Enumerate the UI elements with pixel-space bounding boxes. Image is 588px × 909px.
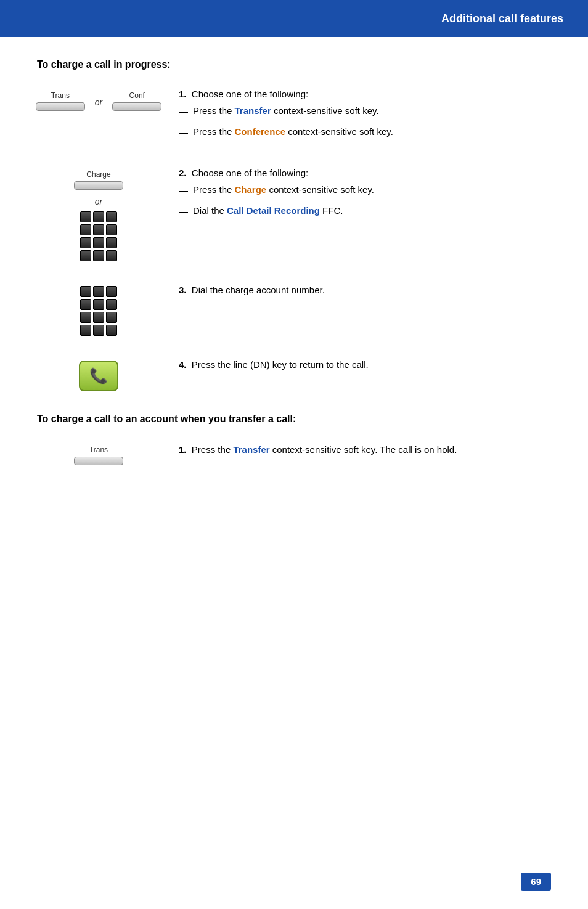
header-bar: Additional call features	[0, 0, 588, 37]
section2-heading: To charge a call to an account when you …	[37, 414, 551, 425]
dash-icon-1: —	[179, 105, 188, 119]
key-3[interactable]	[106, 211, 117, 222]
step-2-image: Charge or	[37, 168, 160, 261]
dash-icon-4: —	[179, 205, 188, 219]
trans-key2-group: Trans	[74, 446, 123, 467]
step-2-bullet-2: — Dial the Call Detail Recording FFC.	[179, 204, 551, 219]
step-4-text: Press the line (DN) key to return to the…	[192, 359, 369, 370]
step-1-image: Trans or Conf	[37, 89, 160, 113]
step-1-row: Trans or Conf 1. Choose one of the follo…	[37, 89, 551, 145]
page-number: 69	[521, 873, 551, 891]
key-hash[interactable]	[106, 250, 117, 261]
section2-step-1-row: Trans 1. Press the Transfer context-sens…	[37, 443, 551, 467]
conf-label: Conf	[112, 91, 161, 100]
key-7[interactable]	[80, 237, 91, 248]
key3-6[interactable]	[106, 299, 117, 310]
conf-key[interactable]	[112, 102, 161, 111]
step-3-content: 3. Dial the charge account number.	[160, 283, 551, 303]
page-title: Additional call features	[441, 12, 563, 25]
key-2[interactable]	[93, 211, 104, 222]
step-1-bullets: — Press the Transfer context-sensitive s…	[179, 104, 551, 139]
transfer-highlight-2: Transfer	[233, 444, 269, 455]
key3-star[interactable]	[80, 325, 91, 336]
section1-heading: To charge a call in progress:	[37, 59, 551, 70]
key3-5[interactable]	[93, 299, 104, 310]
key3-1[interactable]	[80, 286, 91, 297]
trans-conf-keys: Trans or Conf	[36, 91, 161, 113]
charge-highlight: Charge	[235, 184, 267, 195]
key-1[interactable]	[80, 211, 91, 222]
key3-3[interactable]	[106, 286, 117, 297]
cdr-highlight: Call Detail Recording	[227, 205, 320, 216]
key3-hash[interactable]	[106, 325, 117, 336]
trans-label: Trans	[36, 91, 85, 100]
charge-key-group: Charge	[74, 170, 123, 192]
key-6[interactable]	[106, 224, 117, 235]
step-1-number: 1. Choose one of the following:	[179, 89, 551, 99]
key-5[interactable]	[93, 224, 104, 235]
trans-key-group: Trans	[36, 91, 85, 113]
charge-label: Charge	[74, 170, 123, 179]
key3-8[interactable]	[93, 312, 104, 323]
key3-7[interactable]	[80, 312, 91, 323]
line-key-button[interactable]: 📞	[79, 361, 118, 391]
keypad-2	[80, 211, 117, 261]
step-4-row: 📞 4. Press the line (DN) key to return t…	[37, 358, 551, 391]
step-3-image	[37, 283, 160, 336]
dash-icon-2: —	[179, 126, 188, 140]
or-text-2: or	[95, 197, 102, 206]
step-2-number: 2. Choose one of the following:	[179, 168, 551, 178]
step-2-bullet-2-text: Dial the Call Detail Recording FFC.	[193, 204, 343, 218]
key-8[interactable]	[93, 237, 104, 248]
key3-0[interactable]	[93, 325, 104, 336]
keypad-3	[80, 286, 117, 336]
trans-label-2: Trans	[74, 446, 123, 454]
step-1-content: 1. Choose one of the following: — Press …	[160, 89, 551, 145]
step-3-text: Dial the charge account number.	[192, 285, 325, 295]
dash-icon-3: —	[179, 184, 188, 198]
key-4[interactable]	[80, 224, 91, 235]
section2-step-1-image: Trans	[37, 443, 160, 467]
main-content: To charge a call in progress: Trans or C…	[0, 37, 588, 526]
step-3-number: 3. Dial the charge account number.	[179, 283, 551, 298]
trans-key[interactable]	[36, 102, 85, 111]
transfer-highlight-1: Transfer	[235, 105, 271, 116]
charge-key[interactable]	[74, 181, 123, 190]
step-4-content: 4. Press the line (DN) key to return to …	[160, 358, 551, 377]
key3-9[interactable]	[106, 312, 117, 323]
conference-highlight: Conference	[235, 126, 286, 137]
key-0[interactable]	[93, 250, 104, 261]
key-star[interactable]	[80, 250, 91, 261]
step-1-intro: Choose one of the following:	[192, 89, 308, 99]
step-1-bullet-1-text: Press the Transfer context-sensitive sof…	[193, 104, 379, 118]
step-1-bullet-2-text: Press the Conference context-sensitive s…	[193, 125, 393, 139]
or-text-1: or	[95, 97, 102, 107]
section2-step-1-text: Press the Transfer context-sensitive sof…	[192, 444, 457, 455]
phone-icon: 📞	[89, 367, 108, 385]
section2-step-1-content: 1. Press the Transfer context-sensitive …	[160, 443, 551, 462]
step-1-bullet-1: — Press the Transfer context-sensitive s…	[179, 104, 551, 119]
trans-key-2[interactable]	[74, 457, 123, 465]
step-2-bullets: — Press the Charge context-sensitive sof…	[179, 183, 551, 218]
step-1-bullet-2: — Press the Conference context-sensitive…	[179, 125, 551, 140]
conf-key-group: Conf	[112, 91, 161, 113]
key3-4[interactable]	[80, 299, 91, 310]
step-2-bullet-1: — Press the Charge context-sensitive sof…	[179, 183, 551, 198]
step-2-bullet-1-text: Press the Charge context-sensitive soft …	[193, 183, 374, 197]
key-9[interactable]	[106, 237, 117, 248]
step-2-intro: Choose one of the following:	[192, 168, 308, 178]
key3-2[interactable]	[93, 286, 104, 297]
section2-step-1-number: 1. Press the Transfer context-sensitive …	[179, 443, 551, 457]
step-2-row: Charge or	[37, 168, 551, 261]
step-4-number: 4. Press the line (DN) key to return to …	[179, 358, 551, 372]
step-2-content: 2. Choose one of the following: — Press …	[160, 168, 551, 224]
step-3-row: 3. Dial the charge account number.	[37, 283, 551, 336]
step-4-image: 📞	[37, 358, 160, 391]
